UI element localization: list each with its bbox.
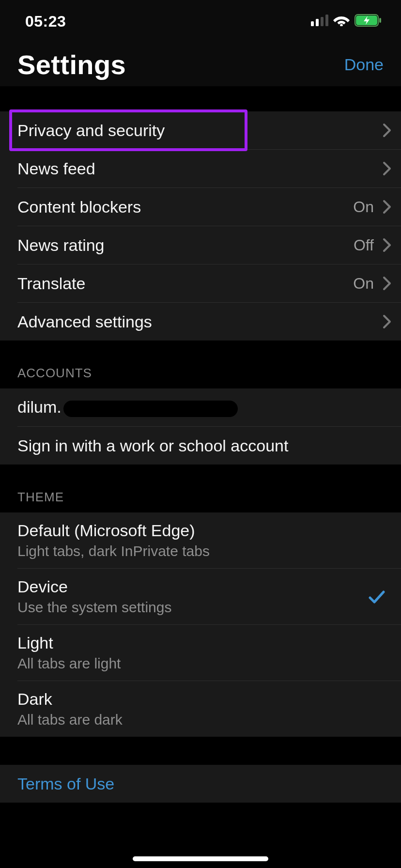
settings-header: Settings Done: [0, 43, 401, 86]
row-label: News feed: [17, 159, 95, 178]
row-translate[interactable]: Translate On: [0, 264, 401, 302]
row-label: Sign in with a work or school account: [17, 436, 288, 455]
checkmark-icon: [367, 587, 386, 606]
home-indicator: [133, 856, 268, 861]
theme-subtitle: All tabs are dark: [17, 712, 123, 728]
svg-point-4: [340, 24, 343, 26]
row-label: Translate: [17, 274, 85, 293]
svg-rect-7: [379, 18, 381, 23]
account-email: dilum.: [17, 398, 238, 417]
accounts-header: ACCOUNTS: [0, 341, 401, 388]
chevron-right-icon: [383, 238, 391, 252]
chevron-right-icon: [383, 161, 391, 176]
theme-option-device[interactable]: Device Use the system settings: [0, 569, 401, 624]
accounts-section: dilum. Sign in with a work or school acc…: [0, 388, 401, 465]
row-advanced-settings[interactable]: Advanced settings: [0, 303, 401, 341]
row-value: Off: [354, 236, 374, 254]
chevron-right-icon: [383, 123, 391, 138]
row-privacy-security[interactable]: Privacy and security: [0, 111, 401, 149]
row-account-user[interactable]: dilum.: [0, 388, 401, 426]
theme-option-light[interactable]: Light All tabs are light: [0, 625, 401, 681]
theme-subtitle: Use the system settings: [17, 599, 171, 616]
chevron-right-icon: [383, 276, 391, 291]
row-value: On: [353, 198, 374, 216]
general-section: Privacy and security News feed Content b…: [0, 111, 401, 341]
battery-charging-icon: [355, 14, 382, 29]
row-label: News rating: [17, 236, 105, 255]
theme-subtitle: All tabs are light: [17, 655, 121, 672]
theme-title: Dark: [17, 690, 123, 709]
terms-link[interactable]: Terms of Use: [17, 775, 114, 793]
theme-header: THEME: [0, 465, 401, 512]
theme-section: Default (Microsoft Edge) Light tabs, dar…: [0, 512, 401, 737]
row-news-rating[interactable]: News rating Off: [0, 226, 401, 264]
spacer: [0, 737, 401, 765]
status-time: 05:23: [25, 13, 66, 31]
row-label: Advanced settings: [17, 312, 152, 331]
row-label: Content blockers: [17, 198, 141, 217]
theme-subtitle: Light tabs, dark InPrivate tabs: [17, 543, 210, 559]
theme-option-default[interactable]: Default (Microsoft Edge) Light tabs, dar…: [0, 512, 401, 568]
svg-rect-0: [311, 21, 314, 26]
theme-title: Light: [17, 634, 121, 652]
done-button[interactable]: Done: [344, 55, 384, 74]
section-header-text: ACCOUNTS: [17, 366, 384, 381]
row-news-feed[interactable]: News feed: [0, 150, 401, 187]
theme-title: Default (Microsoft Edge): [17, 521, 210, 540]
status-icons: [311, 14, 382, 29]
spacer: [0, 86, 401, 111]
row-terms-of-use[interactable]: Terms of Use: [0, 765, 401, 803]
chevron-right-icon: [383, 200, 391, 214]
row-content-blockers[interactable]: Content blockers On: [0, 188, 401, 226]
chevron-right-icon: [383, 314, 391, 329]
row-work-school-signin[interactable]: Sign in with a work or school account: [0, 427, 401, 465]
svg-rect-3: [325, 15, 328, 26]
svg-rect-1: [316, 19, 319, 26]
row-label: Privacy and security: [17, 121, 165, 140]
wifi-icon: [333, 15, 350, 28]
redacted-text: [63, 401, 238, 417]
row-value: On: [353, 275, 374, 293]
svg-rect-2: [321, 17, 324, 26]
cellular-icon: [311, 15, 328, 28]
theme-option-dark[interactable]: Dark All tabs are dark: [0, 681, 401, 737]
section-header-text: THEME: [17, 490, 384, 505]
status-bar: 05:23: [0, 0, 401, 43]
page-title: Settings: [17, 49, 126, 80]
account-email-visible: dilum.: [17, 398, 62, 416]
theme-title: Device: [17, 577, 171, 596]
